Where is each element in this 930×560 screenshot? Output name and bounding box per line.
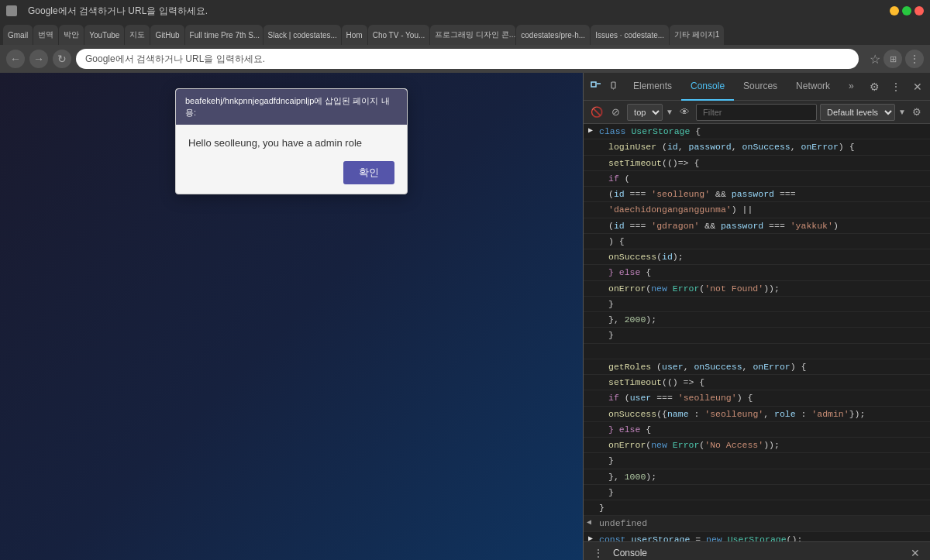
alert-message: Hello seolleung, you have a admin role (188, 137, 394, 149)
console-line-space (584, 344, 930, 359)
console-line-else1: } else { (584, 265, 930, 280)
console-line-if: if ( (584, 171, 930, 187)
alert-dialog: beafekehj/hnkpnnjegadfdncaipnljp에 삽입된 페이… (175, 88, 408, 194)
window-minimize[interactable] (890, 6, 899, 15)
tab-label: codestates/pre-h... (521, 31, 585, 40)
console-filter-bar: 🚫 ⊘ top ▼ 👁 Default levels ▼ ⚙ (584, 101, 930, 124)
devtools-tab-bar: Elements Console Sources Network » ⚙ ⋮ ✕ (584, 73, 930, 101)
devtools-more-button[interactable]: ⋮ (887, 77, 905, 96)
browser-tab-codestates[interactable]: codestates/pre-h... (516, 25, 590, 45)
console-line-fn-close: } (584, 328, 930, 343)
console-bottom-dots[interactable]: ⋮ (590, 545, 607, 561)
window-controls (890, 6, 924, 15)
console-line-onsuccess2: onSuccess({name : 'seolleung', role : 'a… (584, 407, 930, 422)
svg-rect-2 (611, 82, 615, 88)
context-select[interactable]: top (627, 104, 663, 121)
browser-tab-chotv[interactable]: Cho TV - You... (368, 25, 430, 45)
tab-favicon (6, 5, 17, 16)
alert-header: beafekehj/hnkpnnjegadfdncaipnljp에 삽입된 페이… (176, 89, 407, 125)
star-icon[interactable]: ☆ (870, 52, 880, 67)
browser-tab-slack[interactable]: Slack | codestates... (264, 25, 341, 45)
console-line-cond3: (id === 'gdragon' && password === 'yakku… (584, 218, 930, 234)
window-maximize[interactable] (902, 6, 911, 15)
console-content[interactable]: ▶ class UserStorage { loginUser (id, pas… (584, 124, 930, 541)
alert-body: Hello seolleung, you have a admin role 확… (176, 125, 407, 194)
url-text: Google에서 검색하거나 URL을 입력하세요. (85, 53, 265, 66)
forward-button[interactable]: → (29, 50, 48, 68)
browser-tab-translate[interactable]: 번역 (33, 25, 58, 45)
tab-elements[interactable]: Elements (624, 73, 681, 101)
console-line-timeout2-close: }, 1000); (584, 469, 930, 485)
console-line-cond1: (id === 'seolleung' && password === (584, 187, 930, 202)
console-bottom-bar: ⋮ Console ✕ (584, 541, 930, 560)
tab-label: 지도 (129, 29, 145, 40)
console-line-bracket1: ) { (584, 234, 930, 249)
devtools-settings-button[interactable]: ⚙ (865, 77, 884, 96)
menu-button[interactable]: ⋮ (905, 50, 924, 68)
level-arrow: ▼ (898, 108, 906, 116)
filter-input[interactable] (696, 104, 817, 121)
tab-label: Hom (346, 31, 363, 40)
console-clear-button[interactable]: 🚫 (588, 104, 604, 121)
console-line-close2: } (584, 453, 930, 469)
console-bottom-close[interactable]: ✕ (907, 545, 924, 561)
back-button[interactable]: ← (6, 50, 25, 68)
console-line-const1: ▶ const userStorage = new UserStorage(); (584, 532, 930, 542)
browser-title: Google에서 검색하거나 URL을 입력하세요. (28, 5, 208, 18)
browser-tab-fulltime[interactable]: Full time Pre 7th S... (185, 25, 263, 45)
devtools-inspect-button[interactable] (587, 77, 605, 96)
tab-label: Full time Pre 7th S... (190, 31, 260, 40)
tab-label: 번역 (38, 29, 53, 40)
console-result-1: ◀ undefined (584, 516, 930, 531)
browser-tab-hom[interactable]: Hom (342, 25, 367, 45)
tab-label: 기타 페이지1 (674, 29, 719, 40)
browser-tab-more[interactable]: 기타 페이지1 (670, 25, 724, 45)
console-line-close1: } (584, 297, 930, 312)
tab-label: YouTube (89, 31, 119, 40)
console-line-onsuccess: onSuccess(id); (584, 249, 930, 265)
console-line-onerror1: onError(new Error('not Found')); (584, 281, 930, 297)
tab-network[interactable]: Network (787, 73, 839, 101)
browser-tab-youtube[interactable]: YouTube (84, 25, 124, 45)
eye-button[interactable]: 👁 (677, 104, 693, 121)
browser-tab-gmail[interactable]: Gmail (3, 25, 33, 45)
context-arrow: ▼ (666, 108, 673, 116)
devtools-device-button[interactable] (605, 77, 624, 96)
alert-buttons: 확인 (188, 161, 394, 184)
refresh-button[interactable]: ↻ (53, 50, 71, 68)
tab-label: Issues · codestate... (595, 31, 664, 40)
tab-console[interactable]: Console (681, 73, 734, 101)
extensions-button[interactable]: ⊞ (884, 50, 902, 68)
address-bar[interactable]: Google에서 검색하거나 URL을 입력하세요. (76, 49, 859, 69)
console-line-else2: } else { (584, 422, 930, 438)
browser-titlebar: Google에서 검색하거나 URL을 입력하세요. (0, 0, 930, 22)
level-select[interactable]: Default levels (820, 104, 895, 121)
nav-icons: ☆ ⊞ ⋮ (870, 50, 924, 68)
window-close[interactable] (914, 6, 924, 15)
tab-bar: Gmail 번역 박안 YouTube 지도 GitHub Full time … (0, 22, 930, 45)
svg-rect-0 (591, 82, 596, 87)
browser-tab-3[interactable]: 박안 (59, 25, 84, 45)
console-line-class-close: } (584, 500, 930, 516)
tab-label: 박안 (64, 29, 79, 40)
console-line-timeout-close: }, 2000); (584, 312, 930, 328)
console-line-login: loginUser (id, password, onSuccess, onEr… (584, 139, 930, 155)
devtools-panel: Elements Console Sources Network » ⚙ ⋮ ✕… (583, 73, 930, 560)
console-line-fn2-close: } (584, 485, 930, 500)
tab-label: Slack | codestates... (268, 31, 337, 40)
browser-tab-github[interactable]: GitHub (150, 25, 184, 45)
browser-tab-issues[interactable]: Issues · codestate... (591, 25, 669, 45)
devtools-close-button[interactable]: ✕ (908, 77, 927, 96)
tab-sources[interactable]: Sources (734, 73, 787, 101)
tab-label: Gmail (8, 31, 28, 40)
console-line-cond2: 'daechidonganganggunma') || (584, 202, 930, 218)
browser-tab-programming[interactable]: 프로그래밍 디자인 콘... (430, 25, 515, 45)
tab-label: GitHub (155, 31, 179, 40)
console-settings-button[interactable]: ⚙ (909, 104, 925, 121)
browser-tab-maps[interactable]: 지도 (125, 25, 150, 45)
console-filter-button[interactable]: ⊘ (608, 104, 624, 121)
tab-more[interactable]: » (839, 73, 863, 101)
browser-nav: ← → ↻ Google에서 검색하거나 URL을 입력하세요. ☆ ⊞ ⋮ (0, 45, 930, 73)
alert-ok-button[interactable]: 확인 (343, 161, 394, 184)
console-line-onerror2: onError(new Error('No Access')); (584, 438, 930, 453)
